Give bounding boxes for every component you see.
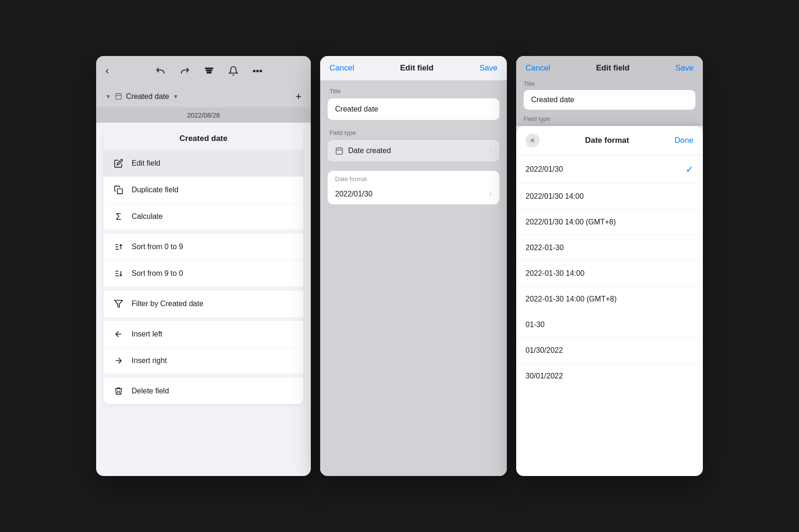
panel3-bg-header: Cancel Edit field Save	[516, 56, 703, 80]
format-item[interactable]: 01/30/2022	[516, 338, 703, 364]
edit-field-panel: Cancel Edit field Save Title Created dat…	[320, 56, 507, 476]
menu-item-label: Insert left	[132, 330, 162, 338]
field-type-chevron-icon: ›	[490, 147, 492, 155]
menu-item-edit-field[interactable]: Edit field	[104, 150, 303, 177]
more-button[interactable]: •••	[250, 63, 265, 78]
date-format-panel: Cancel Edit field Save Title Created dat…	[516, 56, 703, 476]
format-item[interactable]: 2022/01/30✓	[516, 155, 703, 184]
format-item-label: 2022-01-30 14:00	[526, 269, 584, 278]
format-item[interactable]: 01-30	[516, 312, 703, 338]
menu-item-sort-asc[interactable]: Sort from 0 to 9	[104, 234, 303, 260]
format-item[interactable]: 2022-01-30 14:00	[516, 261, 703, 287]
menu-item-label: Duplicate field	[132, 186, 179, 194]
title-input[interactable]: Created date	[328, 98, 499, 120]
context-menu: Created date Edit field Dupli	[104, 127, 303, 404]
search-filter-button[interactable]	[202, 63, 217, 78]
menu-item-delete-field[interactable]: Delete field	[104, 378, 303, 404]
top-bar-icons: •••	[116, 63, 301, 78]
panel3-field-type-label: Field type	[524, 115, 695, 122]
panel3-bg-title-section: Title Created date Field type	[516, 80, 703, 126]
date-format-value: 2022/01/30	[335, 190, 372, 198]
add-field-button[interactable]: +	[295, 91, 301, 103]
menu-item-insert-left[interactable]: Insert left	[104, 321, 303, 348]
menu-item-label: Delete field	[132, 387, 169, 395]
format-item[interactable]: 2022-01-30	[516, 235, 703, 261]
date-format-row[interactable]: 2022/01/30 ›	[328, 183, 499, 204]
date-created-icon	[335, 147, 343, 155]
date-value: 2022/08/28	[187, 112, 220, 119]
menu-item-sort-desc[interactable]: Sort from 9 to 0	[104, 260, 303, 287]
svg-rect-2	[207, 72, 211, 73]
menu-item-label: Edit field	[132, 159, 160, 168]
format-header: ✕ Date format Done	[516, 126, 703, 155]
svg-rect-3	[116, 93, 121, 99]
format-item-label: 2022/01/30 14:00 (GMT+8)	[526, 218, 616, 226]
back-button[interactable]: ‹	[105, 65, 109, 77]
insert-left-icon	[113, 329, 124, 340]
panel3-bg-title: Edit field	[596, 63, 630, 73]
menu-item-label: Insert right	[132, 357, 167, 365]
menu-item-insert-right[interactable]: Insert right	[104, 348, 303, 374]
delete-field-icon	[113, 385, 124, 397]
format-list: 2022/01/30✓2022/01/30 14:002022/01/30 14…	[516, 155, 703, 389]
date-format-chevron-icon: ›	[489, 189, 492, 199]
menu-item-label: Calculate	[132, 212, 163, 221]
cancel-button[interactable]: Cancel	[329, 63, 354, 73]
menu-title: Created date	[104, 127, 303, 150]
date-row: 2022/08/28	[96, 108, 311, 123]
format-item-label: 2022-01-30 14:00 (GMT+8)	[526, 295, 617, 303]
format-item[interactable]: 2022/01/30 14:00	[516, 184, 703, 210]
field-type-selector[interactable]: Date created ›	[328, 140, 499, 161]
edit-field-icon	[113, 158, 124, 169]
svg-rect-19	[336, 148, 343, 154]
panel3-title-value: Created date	[524, 90, 695, 110]
panel3-bg-cancel: Cancel	[526, 63, 550, 73]
top-bar: ‹	[96, 56, 311, 86]
sort-asc-icon	[113, 241, 124, 252]
menu-item-filter[interactable]: Filter by Created date	[104, 291, 303, 317]
screen-container: ‹	[0, 0, 799, 532]
duplicate-field-icon	[113, 184, 124, 196]
field-type-label: Field type	[328, 129, 499, 136]
undo-button[interactable]	[153, 63, 168, 78]
format-item-label: 2022/01/30	[526, 165, 563, 174]
calculate-icon: Σ	[113, 211, 124, 222]
menu-item-calculate[interactable]: Σ Calculate	[104, 203, 303, 230]
svg-marker-16	[115, 301, 123, 308]
format-item-label: 30/01/2022	[526, 372, 563, 380]
format-close-button[interactable]: ✕	[526, 133, 540, 147]
field-name-label: Created date	[126, 92, 169, 101]
context-menu-panel: ‹	[96, 56, 311, 476]
format-item-label: 2022-01-30	[526, 244, 564, 252]
save-button[interactable]: Save	[479, 63, 498, 73]
edit-field-header: Cancel Edit field Save	[320, 56, 507, 80]
field-type-icon	[115, 92, 122, 101]
field-type-value: Date created	[348, 147, 391, 155]
format-item[interactable]: 2022/01/30 14:00 (GMT+8)	[516, 210, 703, 235]
close-icon: ✕	[530, 137, 535, 144]
bell-button[interactable]	[226, 63, 241, 78]
svg-rect-7	[118, 189, 123, 194]
format-done-button[interactable]: Done	[674, 136, 694, 145]
format-item-checkmark: ✓	[686, 164, 694, 175]
panel3-title-label: Title	[524, 80, 695, 87]
field-row[interactable]: ▼ Created date ▼ +	[96, 86, 311, 108]
format-item-label: 01-30	[526, 321, 545, 329]
edit-field-content: Title Created date Field type Date creat…	[320, 80, 507, 476]
svg-rect-1	[206, 70, 212, 71]
field-chevron-icon: ▼	[173, 93, 178, 100]
format-item[interactable]: 2022-01-30 14:00 (GMT+8)	[516, 287, 703, 312]
panel3-bg: Cancel Edit field Save Title Created dat…	[516, 56, 703, 126]
menu-item-label: Sort from 0 to 9	[132, 243, 183, 251]
format-item[interactable]: 30/01/2022	[516, 364, 703, 389]
format-panel-title: Date format	[585, 136, 629, 145]
field-collapse-icon: ▼	[105, 93, 111, 100]
filter-icon	[113, 298, 124, 309]
date-format-label: Date format	[328, 171, 499, 183]
menu-item-label: Sort from 9 to 0	[132, 269, 183, 278]
svg-rect-0	[205, 68, 213, 69]
edit-field-title: Edit field	[400, 63, 434, 73]
menu-item-duplicate-field[interactable]: Duplicate field	[104, 177, 303, 203]
insert-right-icon	[113, 355, 124, 366]
redo-button[interactable]	[177, 63, 192, 78]
